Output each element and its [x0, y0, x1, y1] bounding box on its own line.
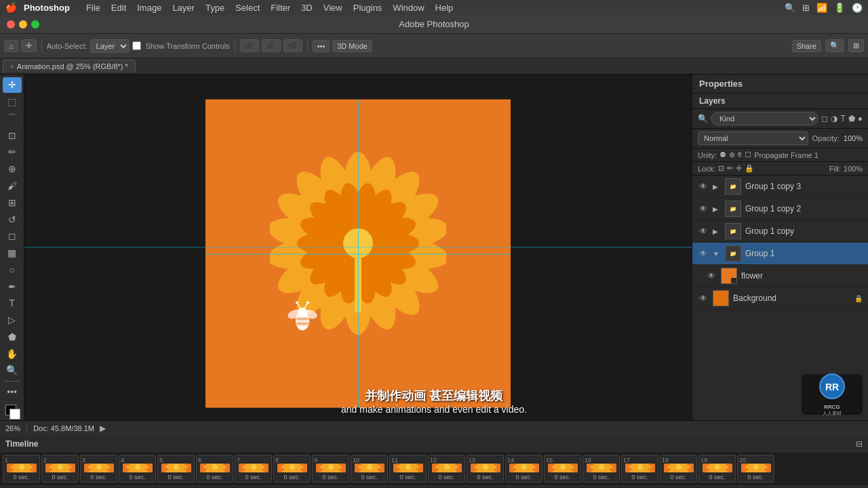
timeline-frame-4[interactable]: 4 0 sec. [119, 455, 156, 483]
timeline-frame-7[interactable]: 7 0 sec. [235, 455, 272, 483]
layer-expand-arrow[interactable]: ▼ [713, 250, 721, 258]
eyedropper-tool[interactable]: ✏ [3, 144, 22, 160]
tab-close-button[interactable]: × [10, 63, 14, 70]
gradient-tool[interactable]: ▦ [3, 245, 22, 261]
menu-view[interactable]: View [318, 3, 348, 13]
menu-layer[interactable]: Layer [167, 3, 200, 13]
document-tab[interactable]: × Animation.psd @ 25% (RGB/8*) * [3, 60, 136, 73]
stamp-tool[interactable]: ⊞ [3, 195, 22, 210]
layer-shape-icon[interactable]: ⬟ [848, 114, 855, 123]
fg-bg-colors[interactable] [3, 402, 22, 418]
timeline-frame-19[interactable]: 19 0 sec. [698, 455, 736, 483]
lock-all-btn[interactable]: 🔒 [745, 164, 754, 173]
3d-mode-button[interactable]: 3D Mode [332, 40, 372, 52]
timeline-frame-9[interactable]: 9 0 sec. [312, 455, 349, 483]
layer-visibility-toggle[interactable]: 👁 [706, 271, 717, 281]
menu-edit[interactable]: Edit [106, 3, 132, 13]
align-right-button[interactable]: ⬛ [283, 39, 302, 52]
zoom-tool[interactable]: 🔍 [3, 363, 22, 378]
shape-tool[interactable]: ⬟ [3, 329, 22, 344]
timeline-frame-13[interactable]: 13 0 sec. [467, 455, 504, 483]
type-tool[interactable]: T [3, 296, 22, 311]
layer-name[interactable]: Group 1 copy [745, 226, 863, 236]
move-tool[interactable]: ✛ [3, 77, 22, 93]
marquee-tool[interactable]: ⬚ [3, 94, 22, 110]
layer-item-group1copy[interactable]: 👁 ▶ 📁 Group 1 copy [692, 220, 868, 243]
layer-visibility-toggle[interactable]: 👁 [698, 249, 709, 258]
propagate-checkbox[interactable]: ☐ [745, 150, 751, 159]
layer-kind-filter[interactable]: Kind [711, 112, 818, 125]
fullscreen-button[interactable] [31, 20, 39, 28]
pen-tool[interactable]: ✒ [3, 279, 22, 294]
timeline-frame-8[interactable]: 8 0 sec. [273, 455, 311, 483]
layer-item-flower[interactable]: 👁 flower [692, 265, 868, 287]
timeline-close-button[interactable]: ⊟ [856, 439, 863, 449]
history-tool[interactable]: ↺ [3, 211, 22, 227]
menu-window[interactable]: Window [387, 3, 429, 13]
menu-3d[interactable]: 3D [296, 3, 318, 13]
layer-pixel-icon[interactable]: ◻ [821, 114, 828, 123]
timeline-frame-12[interactable]: 12 0 sec. [428, 455, 465, 483]
timeline-frame-15[interactable]: 15 0 sec. [544, 455, 581, 483]
crop-tool[interactable]: ⊡ [3, 127, 22, 143]
more-tools-button[interactable]: ••• [3, 384, 22, 400]
layer-item-group1copy3[interactable]: 👁 ▶ 📁 Group 1 copy 3 [692, 176, 868, 198]
more-options-button[interactable]: ••• [313, 40, 330, 52]
timeline-frame-18[interactable]: 18 0 sec. [660, 455, 697, 483]
timeline-frame-1[interactable]: 1 0 sec. [3, 455, 40, 483]
lock-position-btn[interactable]: ✛ [736, 164, 742, 173]
layer-name[interactable]: Group 1 copy 3 [745, 182, 863, 191]
layer-item-group1copy2[interactable]: 👁 ▶ 📁 Group 1 copy 2 [692, 198, 868, 220]
path-tool[interactable]: ▷ [3, 312, 22, 328]
canvas-area[interactable] [24, 75, 692, 420]
layer-type-icon[interactable]: T [840, 114, 845, 123]
layer-expand-arrow[interactable]: ▶ [713, 205, 721, 213]
layer-item-group1[interactable]: 👁 ▼ 📁 Group 1 [692, 243, 868, 265]
layer-adjust-icon[interactable]: ◑ [831, 114, 837, 123]
timeline-frame-2[interactable]: 2 0 sec. [41, 455, 79, 483]
dodge-tool[interactable]: ○ [3, 262, 22, 277]
align-center-button[interactable]: ⬛ [262, 39, 281, 52]
layer-name[interactable]: Group 1 [745, 249, 863, 258]
home-button[interactable]: ⌂ [4, 40, 18, 52]
blend-mode-select[interactable]: Normal [698, 131, 808, 145]
timeline-frame-10[interactable]: 10 0 sec. [351, 455, 388, 483]
search-button[interactable]: 🔍 [825, 39, 844, 52]
search-icon[interactable]: 🔍 [785, 3, 795, 13]
align-left-button[interactable]: ⬛ [240, 39, 259, 52]
minimize-button[interactable] [19, 20, 27, 28]
layer-visibility-toggle[interactable]: 👁 [698, 182, 709, 191]
workspace-button[interactable]: ⊞ [848, 39, 864, 52]
lock-paint-btn[interactable]: ✏ [727, 164, 733, 173]
timeline-frame-14[interactable]: 14 0 sec. [505, 455, 542, 483]
layer-name[interactable]: flower [741, 271, 863, 281]
layer-visibility-toggle[interactable]: 👁 [698, 226, 709, 236]
timeline-frame-20[interactable]: 20 0 sec. [737, 455, 774, 483]
timeline-frames[interactable]: 1 0 sec. 2 [0, 452, 868, 485]
auto-select-dropdown[interactable]: Layer [90, 39, 130, 53]
lasso-tool[interactable]: ⌒ [3, 111, 22, 127]
fill-value[interactable]: 100% [844, 165, 863, 173]
timeline-frame-6[interactable]: 6 0 sec. [196, 455, 233, 483]
unity-btn1[interactable]: ⚉ [719, 150, 726, 159]
app-name[interactable]: Photoshop [24, 3, 70, 13]
menu-file[interactable]: File [81, 3, 106, 13]
status-arrow[interactable]: ▶ [100, 424, 106, 433]
close-button[interactable] [7, 20, 15, 28]
share-button[interactable]: Share [792, 40, 821, 52]
document-canvas[interactable] [205, 100, 511, 408]
timeline-frame-17[interactable]: 17 0 sec. [621, 455, 658, 483]
show-transform-checkbox[interactable] [132, 41, 141, 50]
layers-tab[interactable]: Layers [692, 94, 868, 109]
menu-help[interactable]: Help [430, 3, 459, 13]
move-tool-button[interactable]: ✛ [21, 39, 37, 52]
menu-filter[interactable]: Filter [265, 3, 296, 13]
menu-plugins[interactable]: Plugins [348, 3, 388, 13]
lock-pixel-btn[interactable]: ⊡ [718, 164, 724, 173]
layer-smart-icon[interactable]: ● [858, 114, 863, 123]
apple-menu[interactable]: 🍎 [5, 2, 17, 13]
opacity-value[interactable]: 100% [844, 134, 863, 142]
unity-btn2[interactable]: ⊕ [729, 150, 735, 159]
layer-visibility-toggle[interactable]: 👁 [698, 204, 709, 214]
layer-expand-arrow[interactable]: ▶ [713, 228, 721, 235]
